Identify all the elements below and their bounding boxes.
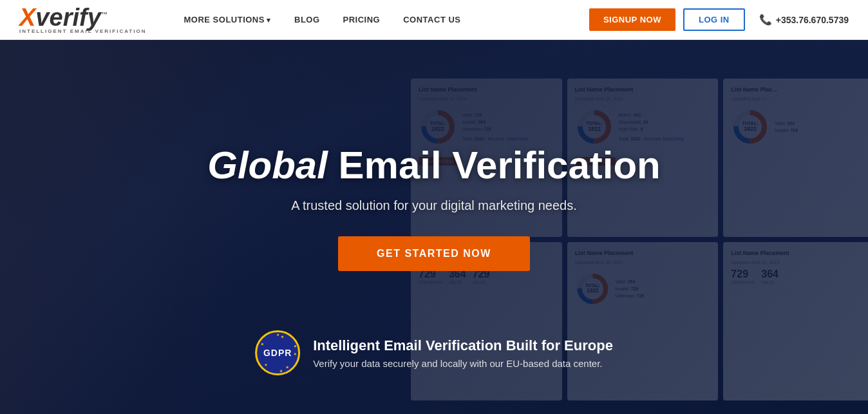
logo-tagline: INTELLIGENT EMAIL VERIFICATION bbox=[19, 28, 146, 34]
logo-wordmark: Xverify™ bbox=[19, 5, 146, 30]
login-button[interactable]: LOG IN bbox=[683, 8, 745, 31]
gdpr-section: ★ ★ ★ ★ ★ ★ ★ ★ GDPR Intelligent Email V… bbox=[255, 330, 613, 375]
signup-button[interactable]: SIGNUP NOW bbox=[589, 8, 675, 31]
phone-icon: 📞 bbox=[759, 14, 772, 26]
gdpr-info: Intelligent Email Verification Built for… bbox=[313, 337, 613, 369]
nav-blog[interactable]: BLOG bbox=[283, 15, 332, 24]
logo[interactable]: Xverify™ INTELLIGENT EMAIL VERIFICATION bbox=[19, 5, 146, 34]
svg-text:★: ★ bbox=[292, 343, 297, 349]
hero-subheadline: A trusted solution for your digital mark… bbox=[207, 198, 661, 213]
hero-headline-part1: Global bbox=[207, 144, 328, 187]
hero-headline-part2: Email Verification bbox=[328, 144, 661, 187]
phone-text: +353.76.670.5739 bbox=[776, 15, 849, 25]
gdpr-badge: ★ ★ ★ ★ ★ ★ ★ ★ GDPR bbox=[255, 330, 300, 375]
nav-links: MORE SOLUTIONS BLOG PRICING CONTACT US bbox=[172, 15, 589, 24]
hero-content: Global Email Verification A trusted solu… bbox=[182, 144, 686, 271]
svg-text:★: ★ bbox=[260, 342, 266, 347]
nav-contact[interactable]: CONTACT US bbox=[392, 15, 472, 24]
svg-text:★: ★ bbox=[264, 363, 269, 366]
svg-text:★: ★ bbox=[280, 334, 285, 340]
svg-text:★: ★ bbox=[285, 364, 290, 370]
hero-headline: Global Email Verification bbox=[207, 144, 661, 187]
svg-text:★: ★ bbox=[279, 369, 284, 373]
hero-section: List Name Placement Uploaded April 15, 2… bbox=[0, 40, 868, 414]
nav-actions: SIGNUP NOW LOG IN 📞 +353.76.670.5739 bbox=[589, 8, 849, 31]
nav-more-solutions[interactable]: MORE SOLUTIONS bbox=[172, 15, 283, 24]
gdpr-title: Intelligent Email Verification Built for… bbox=[313, 337, 613, 354]
phone-number: 📞 +353.76.670.5739 bbox=[759, 14, 849, 26]
svg-text:★: ★ bbox=[276, 332, 279, 336]
logo-x: Xverify™ bbox=[19, 4, 108, 31]
logo-trademark: ™ bbox=[101, 11, 108, 18]
cta-button[interactable]: GET STARTED NOW bbox=[338, 236, 530, 271]
nav-pricing[interactable]: PRICING bbox=[332, 15, 392, 24]
svg-text:★: ★ bbox=[294, 352, 297, 357]
navbar: Xverify™ INTELLIGENT EMAIL VERIFICATION … bbox=[0, 0, 868, 40]
gdpr-stars-ring: ★ ★ ★ ★ ★ ★ ★ ★ bbox=[257, 332, 298, 373]
gdpr-description: Verify your data securely and locally wi… bbox=[313, 358, 613, 369]
